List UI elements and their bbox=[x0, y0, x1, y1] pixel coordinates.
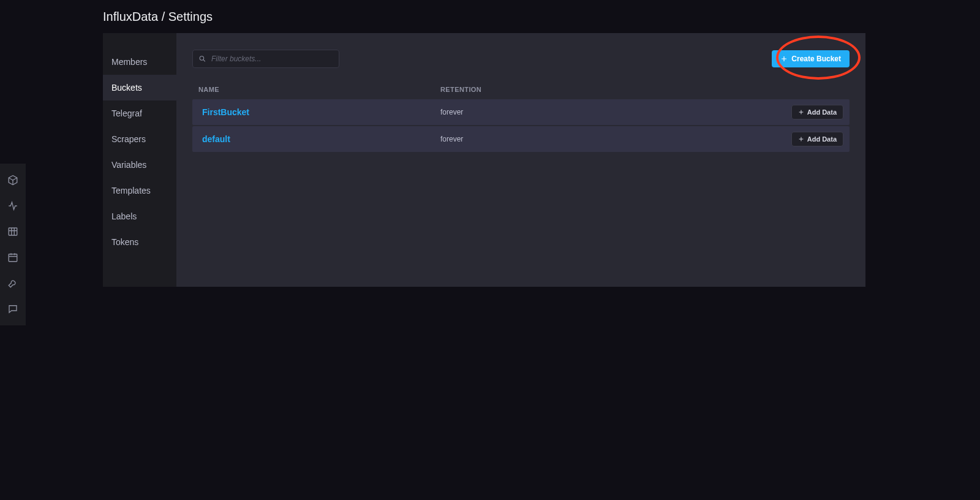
tab-label: Scrapers bbox=[111, 134, 146, 144]
nav-chat-icon[interactable] bbox=[0, 296, 26, 322]
nav-calendar-icon[interactable] bbox=[0, 244, 26, 270]
settings-side-tabs: Members Buckets Telegraf Scrapers Variab… bbox=[103, 33, 176, 287]
bucket-retention: forever bbox=[440, 135, 791, 143]
create-bucket-label: Create Bucket bbox=[791, 55, 841, 63]
svg-rect-1 bbox=[9, 254, 17, 262]
col-header-name[interactable]: NAME bbox=[198, 86, 440, 93]
wrench-icon bbox=[7, 278, 18, 289]
col-header-retention[interactable]: RETENTION bbox=[440, 86, 843, 93]
tab-variables[interactable]: Variables bbox=[103, 152, 176, 178]
search-wrap bbox=[192, 50, 339, 68]
breadcrumb-page: Settings bbox=[168, 10, 213, 23]
table-header: NAME RETENTION bbox=[192, 86, 850, 99]
tab-templates[interactable]: Templates bbox=[103, 178, 176, 203]
tab-tokens[interactable]: Tokens bbox=[103, 229, 176, 255]
bucket-retention: forever bbox=[440, 108, 791, 116]
tab-scrapers[interactable]: Scrapers bbox=[103, 126, 176, 152]
tab-label: Tokens bbox=[111, 237, 138, 247]
tab-label: Members bbox=[111, 57, 147, 67]
filter-buckets-input[interactable] bbox=[192, 50, 339, 68]
table-row: FirstBucket forever Add Data bbox=[192, 99, 850, 125]
settings-content: Create Bucket NAME RETENTION FirstBucket… bbox=[176, 33, 865, 287]
add-data-button[interactable]: Add Data bbox=[791, 105, 843, 119]
add-data-label: Add Data bbox=[807, 135, 837, 143]
plus-icon bbox=[798, 136, 804, 142]
tab-label: Variables bbox=[111, 160, 146, 170]
add-data-button[interactable]: Add Data bbox=[791, 132, 843, 146]
grid-icon bbox=[7, 226, 18, 237]
nav-activity-icon[interactable] bbox=[0, 193, 26, 219]
plus-icon bbox=[798, 109, 804, 115]
chat-icon bbox=[7, 303, 18, 314]
tab-members[interactable]: Members bbox=[103, 49, 176, 75]
settings-panel: Members Buckets Telegraf Scrapers Variab… bbox=[103, 33, 865, 287]
table-row: default forever Add Data bbox=[192, 126, 850, 152]
nav-icon-rail bbox=[0, 164, 26, 325]
tab-buckets[interactable]: Buckets bbox=[103, 75, 176, 100]
bucket-name-link[interactable]: FirstBucket bbox=[198, 107, 440, 117]
tab-label: Labels bbox=[111, 211, 137, 221]
tab-label: Buckets bbox=[111, 83, 142, 93]
add-data-label: Add Data bbox=[807, 108, 837, 116]
tab-label: Templates bbox=[111, 186, 151, 195]
bucket-name-link[interactable]: default bbox=[198, 134, 440, 144]
calendar-icon bbox=[7, 252, 18, 263]
tab-labels[interactable]: Labels bbox=[103, 203, 176, 229]
search-icon bbox=[198, 55, 206, 63]
tab-telegraf[interactable]: Telegraf bbox=[103, 100, 176, 126]
svg-point-2 bbox=[200, 56, 204, 61]
breadcrumb-org[interactable]: InfluxData bbox=[103, 10, 158, 23]
tab-label: Telegraf bbox=[111, 108, 142, 118]
plus-icon bbox=[780, 55, 788, 63]
breadcrumb: InfluxData / Settings bbox=[103, 10, 213, 24]
activity-icon bbox=[7, 200, 18, 211]
create-bucket-button[interactable]: Create Bucket bbox=[772, 50, 850, 67]
breadcrumb-sep: / bbox=[162, 10, 168, 23]
svg-rect-0 bbox=[9, 228, 17, 235]
nav-cube-icon[interactable] bbox=[0, 167, 26, 193]
cube-icon bbox=[7, 175, 18, 186]
nav-grid-icon[interactable] bbox=[0, 219, 26, 244]
toolbar: Create Bucket bbox=[192, 49, 850, 69]
nav-wrench-icon[interactable] bbox=[0, 270, 26, 296]
